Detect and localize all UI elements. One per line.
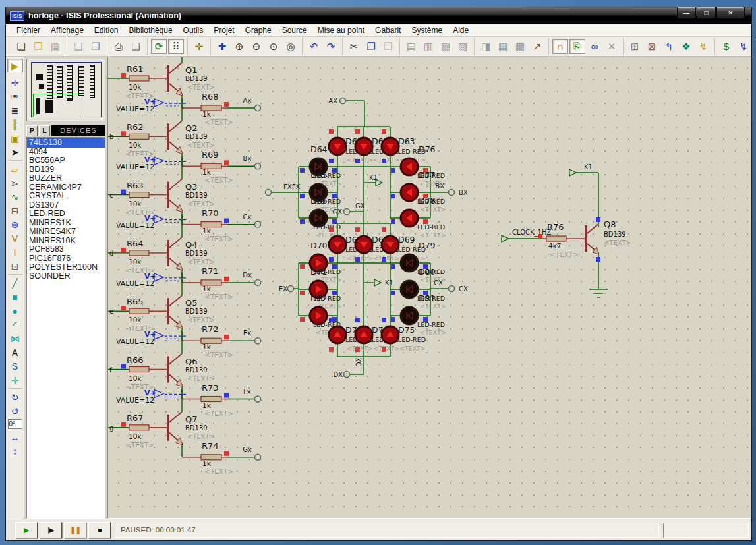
zoom-out-icon[interactable]: ⊖ (248, 39, 264, 54)
device-item-pic16f876[interactable]: PIC16F876 (27, 254, 105, 264)
marker-2d-icon[interactable]: ✛ (7, 373, 23, 387)
rotate-ccw-icon[interactable]: ↺ (7, 404, 23, 418)
goto-parent-sheet-icon[interactable]: ↰ (661, 39, 677, 54)
text-script-icon[interactable]: ≣ (7, 103, 23, 117)
redo-icon[interactable]: ↷ (323, 39, 339, 54)
rotate-cw-icon[interactable]: ↻ (7, 390, 23, 404)
menu-aide[interactable]: Aide (448, 25, 474, 36)
minimize-button[interactable]: — (677, 7, 696, 19)
rotation-angle-input[interactable] (8, 419, 22, 429)
hflip-icon[interactable]: ↔ (7, 430, 23, 444)
bus-icon[interactable]: ╫ (7, 117, 23, 131)
device-item-ds1307[interactable]: DS1307 (27, 201, 105, 210)
circle-2d-icon[interactable]: ● (7, 304, 23, 318)
quick-jump-icon[interactable]: ↯ (695, 39, 711, 54)
title-bar[interactable]: ISIS horloge - ISIS Professional (Animat… (6, 7, 751, 24)
library-button[interactable]: L (39, 125, 50, 136)
open-folder-icon[interactable]: ❐ (30, 39, 46, 54)
goto-sheet-icon[interactable]: ❖ (678, 39, 694, 54)
generator-icon[interactable]: ⊛ (7, 217, 23, 231)
tape-recorder-icon[interactable]: ⊟ (7, 204, 23, 217)
subcircuit-icon[interactable]: ▣ (7, 131, 23, 145)
terminal-BX[interactable]: BXBX (435, 183, 468, 196)
menu-fichier[interactable]: Fichier (11, 25, 45, 36)
device-item-crystal[interactable]: CRYSTAL (27, 192, 105, 201)
terminal-K1-upper[interactable]: K1 (369, 174, 382, 186)
component-mode-icon[interactable]: ▶ (7, 59, 23, 72)
device-item-bd139[interactable]: BD139 (27, 165, 105, 175)
device-item-bc556ap[interactable]: BC556AP (27, 156, 105, 165)
electrical-rules-icon[interactable]: ↯ (736, 39, 751, 54)
wire-label-icon[interactable]: LBL (7, 90, 23, 103)
component-stage-Q1[interactable]: R6110k<TEXT>Q1BD139<TEXT>R681k<TEXT>AxV+… (108, 57, 261, 126)
terminal-CX[interactable]: CXCX (434, 279, 468, 293)
redraw-icon[interactable]: ⟳ (151, 39, 167, 54)
terminal-EX[interactable]: EX (279, 285, 294, 293)
device-item-minres1k[interactable]: MINRES1K (27, 219, 105, 228)
pan-icon[interactable]: ✚ (214, 39, 230, 54)
terminal-K1-lower[interactable]: K1 (374, 279, 393, 287)
device-item-polyester100n[interactable]: POLYESTER100N (27, 263, 105, 272)
menu-affichage[interactable]: Affichage (45, 25, 89, 36)
device-pin-icon[interactable]: ⋗ (7, 176, 23, 190)
current-probe-icon[interactable]: I (7, 245, 23, 259)
device-item-minres10k[interactable]: MINRES10K (27, 237, 105, 246)
pause-button[interactable]: ❚❚ (64, 522, 86, 538)
print-icon[interactable]: ⎙ (111, 39, 127, 54)
device-item-buzzer[interactable]: BUZZER (27, 174, 105, 183)
mark-output-area-icon[interactable]: ❏ (128, 39, 144, 54)
instant-edit-icon[interactable]: ➤ (7, 145, 23, 159)
device-item-sounder[interactable]: SOUNDER (27, 272, 105, 281)
find-icon[interactable]: ∞ (587, 39, 602, 54)
device-item-ceramic4p7[interactable]: CERAMIC4P7 (27, 183, 105, 192)
copy-icon[interactable]: ❐ (363, 39, 379, 54)
menu-biblioth-que[interactable]: Bibliothèque (124, 25, 178, 36)
zoom-in-icon[interactable]: ⊕ (231, 39, 247, 54)
zoom-all-icon[interactable]: ⊙ (266, 39, 281, 54)
voltage-probe-icon[interactable]: V (7, 231, 23, 245)
menu-syst-me[interactable]: Système (406, 25, 448, 36)
clock-driver-section[interactable]: K1CLOCK_1HZR764k7<TEXT>Q8BD139<TEXT> (502, 163, 631, 297)
export-section-icon[interactable]: ❒ (88, 39, 103, 54)
symbol-2d-icon[interactable]: S (7, 359, 23, 373)
schematic-canvas[interactable]: R6110k<TEXT>Q1BD139<TEXT>R681k<TEXT>AxV+… (107, 57, 751, 519)
remove-sheet-icon[interactable]: ⊠ (644, 39, 660, 54)
vflip-icon[interactable]: ↕ (7, 444, 23, 458)
step-button[interactable]: |▶ (40, 522, 62, 538)
device-item-pcf8583[interactable]: PCF8583 (27, 245, 105, 254)
stop-button[interactable]: ■ (88, 522, 111, 538)
menu-projet[interactable]: Projet (208, 25, 239, 36)
device-item-led-red[interactable]: LED-RED (27, 210, 105, 219)
menu-mise-au-point[interactable]: Mise au point (312, 25, 370, 36)
graph-mode-icon[interactable]: ∿ (7, 190, 23, 204)
menu-gabarit[interactable]: Gabarit (370, 25, 406, 36)
bill-of-materials-icon[interactable]: $ (718, 39, 734, 54)
close-button[interactable]: ✕ (716, 7, 745, 19)
text-2d-icon[interactable]: A (7, 345, 23, 359)
terminal-AX[interactable]: AX (328, 98, 345, 105)
overview-viewport[interactable] (33, 94, 80, 117)
new-file-icon[interactable]: ❏ (13, 39, 29, 54)
maximize-button[interactable]: □ (697, 7, 716, 19)
wire-autorouter-icon[interactable]: ∩ (552, 39, 568, 54)
terminal-DX[interactable]: DXDX (333, 357, 363, 378)
search-tag-icon[interactable]: ⎘ (569, 39, 585, 54)
cut-icon[interactable]: ✂ (346, 39, 362, 54)
terminal-mode-icon[interactable]: ▱ (7, 162, 23, 176)
overview-window[interactable] (26, 59, 105, 121)
menu-graphe[interactable]: Graphe (240, 25, 277, 36)
undo-icon[interactable]: ↶ (306, 39, 322, 54)
line-2d-icon[interactable]: ╱ (7, 276, 23, 290)
origin-icon[interactable]: ✛ (191, 39, 207, 54)
device-item-4094[interactable]: 4094 (27, 148, 105, 157)
decompose-icon[interactable]: ↗ (529, 39, 545, 54)
play-button[interactable]: ▶ (15, 522, 38, 538)
menu-source[interactable]: Source (277, 25, 312, 36)
zoom-area-icon[interactable]: ◎ (283, 39, 299, 54)
toggle-grid-icon[interactable]: ⠿ (168, 39, 184, 54)
new-sheet-icon[interactable]: ⊞ (627, 39, 643, 54)
box-2d-icon[interactable]: ■ (7, 290, 23, 304)
menu-outils[interactable]: Outils (178, 25, 209, 36)
device-item-minres4k7[interactable]: MINRES4K7 (27, 227, 105, 237)
device-item-74ls138[interactable]: 74LS138 (27, 138, 105, 148)
